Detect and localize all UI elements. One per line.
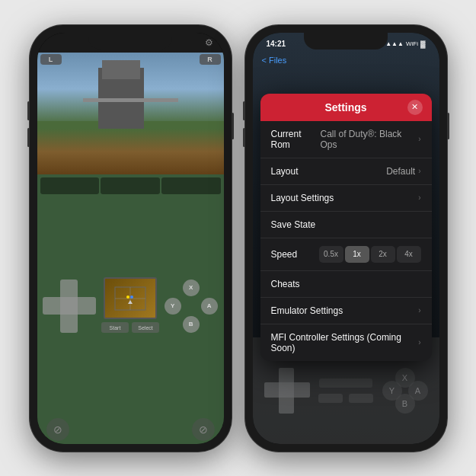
bottom-mini-btns: Start Select [101, 322, 159, 334]
battery-icon: ▓ [420, 40, 426, 48]
notch [88, 33, 172, 50]
speed-options: 0.5x 1x 2x 4x [319, 246, 421, 263]
r-button[interactable]: R [200, 54, 221, 65]
mini-screen-content [111, 283, 149, 314]
left-circle-button[interactable]: ⊘ [46, 418, 69, 441]
speed-4x-button[interactable]: 4x [397, 246, 421, 263]
mfi-label: MFI Controller Settings (Coming Soon) [271, 332, 419, 353]
abxy-cluster: X Y A B [165, 280, 218, 333]
controller-area: Start Select X Y A B [37, 174, 224, 444]
settings-close-button[interactable]: ✕ [407, 100, 423, 115]
phone2-select-button[interactable] [318, 394, 343, 403]
dpad-vertical [60, 280, 78, 333]
signal-icon: ▲▲▲ [385, 40, 404, 47]
svg-marker-3 [128, 300, 133, 304]
mfi-chevron-icon: › [418, 338, 420, 347]
power-button[interactable] [232, 113, 234, 139]
speed-label: Speed [271, 249, 298, 260]
settings-row-emulator-settings[interactable]: Emulator Settings › [260, 298, 432, 324]
settings-modal: Settings ✕ Current Rom Call of Duty®: Bl… [260, 94, 432, 361]
phone2-dpad[interactable] [264, 368, 310, 414]
speed-1x-button[interactable]: 1x [345, 246, 369, 263]
nav-bar: < Files [253, 53, 439, 68]
center-area: Start Select [101, 196, 159, 416]
a-button[interactable]: A [201, 298, 218, 315]
lr-buttons: L R [37, 53, 224, 66]
phone2-notch [304, 33, 388, 50]
layout-text: Default [386, 166, 415, 177]
phone2-start-select [318, 394, 373, 403]
speed-0.5x-button[interactable]: 0.5x [319, 246, 343, 263]
files-back-button[interactable]: < Files [262, 56, 287, 65]
status-icons: ▲▲▲ WiFi ▓ [385, 40, 425, 48]
phone-1: ⚙ L R [30, 25, 232, 452]
settings-title: Settings [324, 101, 366, 113]
mid-section: Start Select X Y A B [40, 196, 221, 416]
volume-up-button[interactable] [27, 101, 30, 120]
layout-label: Layout [271, 166, 299, 177]
cheats-label: Cheats [271, 279, 300, 289]
emulator-settings-chevron-icon: › [418, 306, 420, 315]
settings-row-current-rom[interactable]: Current Rom Call of Duty®: Black Ops › [260, 121, 432, 158]
settings-row-speed: Speed 0.5x 1x 2x 4x [260, 238, 432, 271]
settings-row-layout-settings[interactable]: Layout Settings › [260, 185, 432, 212]
layout-chevron-icon: › [418, 167, 420, 175]
phone2-top-bar [319, 379, 372, 388]
settings-row-mfi[interactable]: MFI Controller Settings (Coming Soon) › [260, 324, 432, 361]
top-buttons-row [40, 177, 221, 194]
phone-2-screen: 14:21 ▲▲▲ WiFi ▓ < Files Settings ✕ [253, 33, 439, 444]
wifi-icon: WiFi [406, 40, 418, 47]
y-button[interactable]: Y [165, 298, 181, 315]
phone-2: 14:21 ▲▲▲ WiFi ▓ < Files Settings ✕ [245, 25, 447, 452]
layout-settings-value: › [418, 193, 420, 202]
current-rom-text: Call of Duty®: Black Ops [320, 129, 415, 150]
phone2-start-button[interactable] [349, 394, 373, 403]
time-display: 14:21 [267, 40, 286, 48]
phone2-volume-up-button[interactable] [243, 101, 245, 120]
phone2-mid-area [310, 379, 382, 403]
phone2-volume-down-button[interactable] [243, 128, 245, 147]
settings-row-save-state[interactable]: Save State [260, 212, 432, 238]
l-button[interactable]: L [40, 54, 62, 65]
action-buttons-area: X Y A B [161, 196, 221, 416]
svg-point-5 [130, 296, 133, 299]
side-buttons: ⊘ ⊘ [40, 418, 221, 441]
phone2-dpad-vertical [279, 368, 294, 414]
emulator-settings-label: Emulator Settings [271, 305, 343, 316]
game-scene: L R [37, 53, 224, 174]
right-circle-button[interactable]: ⊘ [192, 418, 215, 441]
game-content: L R [37, 53, 224, 444]
current-rom-value: Call of Duty®: Black Ops › [320, 129, 420, 150]
x-button[interactable]: X [183, 280, 200, 296]
select-button[interactable]: Select [132, 322, 159, 333]
ctrl-bar-3 [161, 177, 221, 194]
phone-1-screen: ⚙ L R [37, 33, 224, 444]
current-rom-chevron-icon: › [418, 135, 420, 143]
layout-value: Default › [386, 166, 420, 177]
mfi-value: › [418, 338, 420, 347]
phone2-abxy-cluster: X Y A B [382, 368, 428, 414]
volume-down-button[interactable] [27, 128, 30, 147]
current-rom-label: Current Rom [271, 129, 321, 150]
settings-row-cheats[interactable]: Cheats [260, 271, 432, 298]
dpad[interactable] [43, 280, 96, 333]
phone2-power-button[interactable] [447, 113, 449, 139]
hands-layer [37, 129, 224, 174]
settings-row-layout[interactable]: Layout Default › [260, 158, 432, 185]
start-button[interactable]: Start [101, 322, 129, 333]
ctrl-bar-2 [101, 177, 160, 194]
layout-settings-label: Layout Settings [271, 193, 334, 203]
phone2-b-button[interactable]: B [395, 394, 415, 414]
layout-settings-chevron-icon: › [418, 193, 420, 202]
gear-icon[interactable]: ⚙ [205, 37, 213, 48]
ctrl-bar-1 [40, 177, 100, 194]
dpad-area [40, 196, 100, 416]
phone2-content: 14:21 ▲▲▲ WiFi ▓ < Files Settings ✕ [253, 33, 439, 444]
mini-screen [104, 277, 157, 319]
svg-point-4 [126, 296, 129, 299]
settings-header: Settings ✕ [260, 94, 432, 121]
save-state-label: Save State [271, 219, 316, 230]
phones-container: ⚙ L R [30, 25, 447, 452]
speed-2x-button[interactable]: 2x [371, 246, 395, 263]
b-button[interactable]: B [183, 316, 200, 333]
